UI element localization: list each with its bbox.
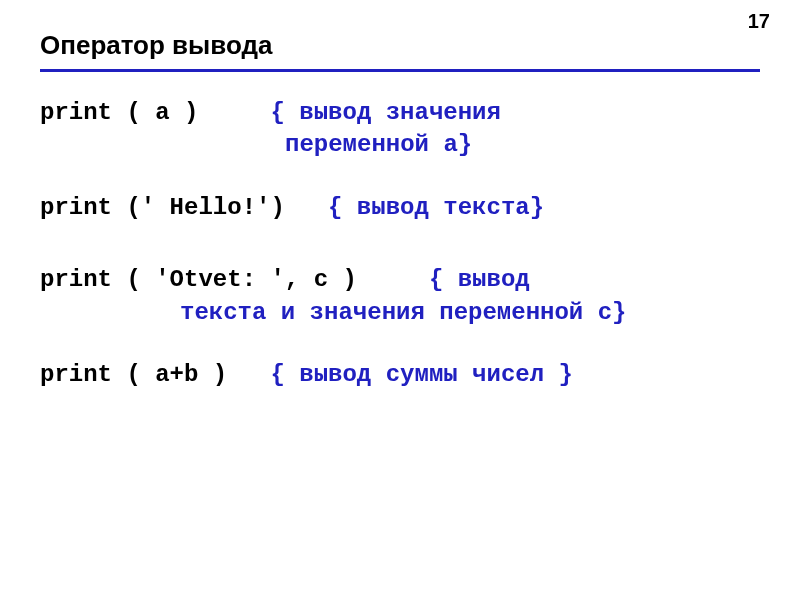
code-content: print ( a ) { вывод значения переменной … bbox=[40, 97, 760, 391]
code-comment: { вывод bbox=[429, 266, 530, 293]
example-1: print ( a ) { вывод значения переменной … bbox=[40, 97, 760, 162]
code-text: print ( a ) bbox=[40, 99, 198, 126]
code-comment: { вывод суммы чисел } bbox=[270, 361, 572, 388]
code-text: print ( a+b ) bbox=[40, 361, 227, 388]
code-text: print (' Hello!') bbox=[40, 194, 285, 221]
code-text: print ( 'Otvet: ', c ) bbox=[40, 266, 357, 293]
page-number: 17 bbox=[748, 10, 770, 33]
example-3: print ( 'Otvet: ', c ) { вывод текста и … bbox=[40, 264, 760, 329]
code-comment: переменной a} bbox=[285, 131, 472, 158]
code-comment: { вывод значения bbox=[270, 99, 500, 126]
code-comment: { вывод текста} bbox=[328, 194, 544, 221]
example-4: print ( a+b ) { вывод суммы чисел } bbox=[40, 359, 760, 391]
code-comment: текста и значения переменной c} bbox=[180, 299, 626, 326]
example-2: print (' Hello!') { вывод текста} bbox=[40, 192, 760, 224]
slide-title: Оператор вывода bbox=[40, 30, 760, 72]
